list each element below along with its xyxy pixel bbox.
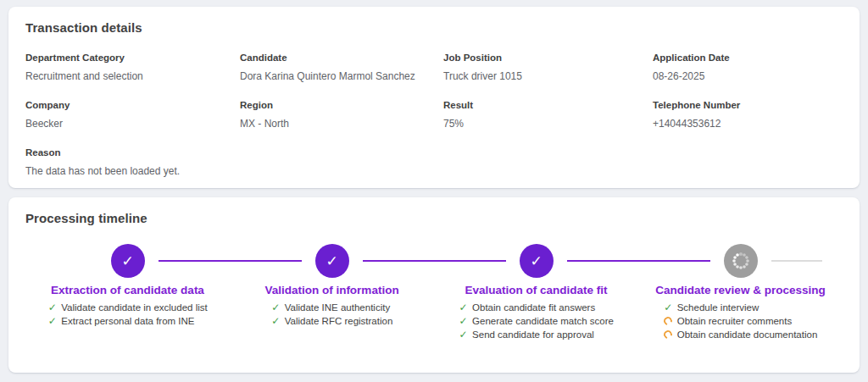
timeline-step-circle-row: ✓	[230, 242, 434, 280]
task-check-icon: ✓	[47, 314, 57, 328]
task-check-icon: ✓	[459, 314, 468, 328]
timeline-step: ✓ Evaluation of candidate fit ✓Obtain ca…	[434, 242, 638, 341]
timeline-step-circle: ✓	[315, 244, 349, 278]
detail-field: Application Date 08-26-2025	[653, 53, 843, 82]
timeline-step-circle-row: ✓	[25, 242, 230, 280]
detail-field: Telephone Number +14044353612	[653, 100, 843, 130]
timeline-step-circle: ✓	[111, 244, 145, 278]
processing-timeline-title: Processing timeline	[25, 211, 843, 225]
transaction-details-title: Transaction details	[25, 20, 843, 35]
detail-field-label: Company	[25, 100, 240, 110]
task-item: Obtain candidate documentation	[664, 328, 818, 341]
detail-field-value: Recruitment and selection	[25, 70, 240, 82]
detail-field-label: Region	[240, 100, 443, 110]
timeline-step-title: Candidate review & processing	[638, 284, 843, 296]
task-check-icon: ✓	[459, 328, 468, 341]
task-check-icon: ✓	[271, 301, 281, 314]
timeline-connector	[771, 260, 823, 262]
detail-field: Region MX - North	[240, 100, 443, 130]
detail-field-value: +14044353612	[653, 118, 843, 130]
processing-timeline-card: Processing timeline ✓ Extraction of cand…	[8, 197, 860, 373]
detail-field-value: MX - North	[240, 118, 443, 130]
detail-field-value: 75%	[443, 118, 653, 130]
timeline-step: ✓ Validation of information ✓Validate IN…	[230, 242, 434, 341]
timeline-step-circle-row	[638, 242, 843, 280]
timeline-step-title: Evaluation of candidate fit	[434, 284, 638, 296]
detail-field: Company Beecker	[25, 100, 240, 130]
task-label: Extract personal data from INE	[61, 314, 194, 328]
task-label: Obtain candidate documentation	[677, 328, 818, 341]
transaction-details-card: Transaction details Department Category …	[8, 7, 860, 188]
detail-field-value: Truck driver 1015	[443, 70, 653, 82]
detail-field: Candidate Dora Karina Quintero Marmol Sa…	[240, 53, 443, 82]
timeline-step-title: Extraction of candidate data	[25, 284, 230, 296]
timeline-step-circle: ✓	[520, 244, 554, 278]
detail-field-label: Telephone Number	[653, 100, 843, 110]
transaction-details-fields: Department Category Recruitment and sele…	[25, 53, 843, 177]
detail-field-value: 08-26-2025	[653, 70, 843, 82]
task-check-icon: ✓	[664, 301, 673, 314]
task-label: Obtain recruiter comments	[677, 314, 793, 328]
task-check-icon: ✓	[47, 301, 57, 314]
timeline-step: ✓ Extraction of candidate data ✓Validate…	[25, 242, 230, 341]
detail-field-value: The data has not been loaded yet.	[25, 165, 240, 177]
detail-field-label: Result	[443, 100, 653, 110]
task-check-icon: ✓	[271, 314, 281, 328]
check-icon: ✓	[326, 254, 337, 269]
detail-fields-row: Department Category Recruitment and sele…	[25, 53, 843, 82]
task-check-icon: ✓	[459, 301, 468, 314]
task-pending-icon	[662, 329, 674, 340]
task-item: ✓Generate candidate match score	[459, 314, 614, 328]
detail-field-label: Application Date	[653, 53, 843, 63]
task-label: Validate INE authenticity	[285, 301, 390, 314]
check-icon: ✓	[530, 254, 542, 269]
timeline-step-tasks: ✓Validate candidate in excluded list✓Ext…	[25, 301, 230, 328]
detail-field-value: Dora Karina Quintero Marmol Sanchez	[240, 70, 443, 82]
detail-field: Department Category Recruitment and sele…	[25, 53, 240, 82]
detail-field: Job Position Truck driver 1015	[443, 53, 653, 82]
timeline-step-title: Validation of information	[230, 284, 434, 296]
task-item: Obtain recruiter comments	[664, 314, 818, 328]
task-item: ✓Schedule interview	[664, 301, 818, 314]
detail-field: Reason The data has not been loaded yet.	[25, 147, 240, 177]
detail-field-value: Beecker	[25, 118, 240, 130]
task-item: ✓Send candidate for approval	[459, 328, 614, 341]
task-item: ✓Obtain candidate fit answers	[459, 301, 614, 314]
detail-fields-row: Company Beecker Region MX - North Result…	[25, 100, 843, 130]
task-item: ✓Validate RFC registration	[271, 314, 393, 328]
timeline-step-tasks: ✓Schedule interviewObtain recruiter comm…	[638, 301, 843, 341]
timeline-step-circle-row: ✓	[434, 242, 638, 280]
task-label: Schedule interview	[677, 301, 760, 314]
detail-field-label: Job Position	[443, 53, 653, 63]
task-label: Send candidate for approval	[472, 328, 594, 341]
detail-field-label: Reason	[25, 147, 240, 158]
timeline-step-tasks: ✓Validate INE authenticity✓Validate RFC …	[230, 301, 434, 328]
task-item: ✓Validate INE authenticity	[271, 301, 393, 314]
detail-field: Result 75%	[443, 100, 653, 130]
timeline-steps: ✓ Extraction of candidate data ✓Validate…	[25, 242, 843, 341]
check-icon: ✓	[121, 254, 133, 269]
spinner-icon	[731, 251, 751, 271]
task-label: Obtain candidate fit answers	[472, 301, 595, 314]
page: Transaction details Department Category …	[0, 0, 868, 373]
detail-field-label: Department Category	[25, 53, 240, 63]
task-item: ✓Validate candidate in excluded list	[47, 301, 207, 314]
task-pending-icon	[662, 315, 674, 327]
task-label: Validate candidate in excluded list	[61, 301, 207, 314]
detail-fields-row: Reason The data has not been loaded yet.	[25, 147, 843, 177]
task-item: ✓Extract personal data from INE	[47, 314, 207, 328]
timeline-step-tasks: ✓Obtain candidate fit answers✓Generate c…	[434, 301, 638, 341]
task-label: Validate RFC registration	[285, 314, 393, 328]
timeline-step: Candidate review & processing ✓Schedule …	[638, 242, 843, 341]
detail-field-label: Candidate	[240, 53, 443, 63]
timeline-step-circle	[724, 244, 758, 278]
task-label: Generate candidate match score	[472, 314, 614, 328]
